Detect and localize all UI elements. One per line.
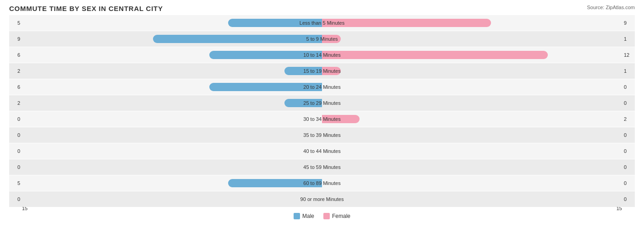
legend-female: Female — [323, 213, 350, 219]
male-value: 6 — [9, 84, 22, 90]
chart-row: 045 to 59 Minutes0 — [9, 159, 635, 175]
row-label: 10 to 14 Minutes — [303, 52, 340, 58]
female-value: 12 — [622, 52, 635, 58]
male-value: 2 — [9, 68, 22, 74]
male-value: 5 — [9, 180, 22, 186]
male-value: 0 — [9, 148, 22, 154]
male-value: 0 — [9, 116, 22, 122]
chart-area: 5Less than 5 Minutes995 to 9 Minutes1610… — [9, 15, 635, 204]
male-value: 9 — [9, 36, 22, 42]
female-value: 2 — [622, 116, 635, 122]
chart-row: 035 to 39 Minutes0 — [9, 127, 635, 143]
chart-row: 090 or more Minutes0 — [9, 191, 635, 207]
male-value: 0 — [9, 132, 22, 138]
chart-row: 620 to 24 Minutes0 — [9, 79, 635, 95]
male-value: 0 — [9, 196, 22, 202]
male-value: 5 — [9, 20, 22, 26]
female-value: 0 — [622, 164, 635, 170]
row-label: 15 to 19 Minutes — [303, 68, 340, 74]
chart-row: 95 to 9 Minutes1 — [9, 31, 635, 47]
row-label: 60 to 89 Minutes — [303, 180, 340, 186]
row-label: 5 to 9 Minutes — [306, 36, 338, 42]
bar-section: 10 to 14 Minutes — [22, 47, 622, 63]
chart-row: 610 to 14 Minutes12 — [9, 47, 635, 63]
row-label: Less than 5 Minutes — [300, 20, 344, 26]
female-bar — [322, 51, 548, 59]
bar-section: 45 to 59 Minutes — [22, 159, 622, 175]
chart-row: 215 to 19 Minutes1 — [9, 63, 635, 79]
female-value: 1 — [622, 68, 635, 74]
legend-male-label: Male — [302, 213, 314, 219]
bar-section: 5 to 9 Minutes — [22, 31, 622, 47]
bar-section: 90 or more Minutes — [22, 191, 622, 207]
legend-female-box — [323, 213, 330, 219]
row-label: 35 to 39 Minutes — [303, 132, 340, 138]
row-label: 40 to 44 Minutes — [303, 148, 340, 154]
female-value: 0 — [622, 84, 635, 90]
male-value: 2 — [9, 100, 22, 106]
female-value: 0 — [622, 132, 635, 138]
chart-row: 030 to 34 Minutes2 — [9, 111, 635, 127]
female-value: 1 — [622, 36, 635, 42]
row-label: 30 to 34 Minutes — [303, 116, 340, 122]
legend-male: Male — [294, 213, 314, 219]
bar-section: 40 to 44 Minutes — [22, 143, 622, 159]
legend: Male Female — [9, 213, 635, 219]
female-value: 0 — [622, 148, 635, 154]
male-value: 0 — [9, 164, 22, 170]
chart-title: COMMUTE TIME BY SEX IN CENTRAL CITY — [9, 5, 635, 12]
female-value: 0 — [622, 100, 635, 106]
chart-row: 225 to 29 Minutes0 — [9, 95, 635, 111]
row-label: 90 or more Minutes — [300, 196, 344, 202]
row-label: 20 to 24 Minutes — [303, 84, 340, 90]
chart-row: 5Less than 5 Minutes9 — [9, 15, 635, 31]
chart-row: 040 to 44 Minutes0 — [9, 143, 635, 159]
bar-section: 60 to 89 Minutes — [22, 175, 622, 191]
legend-male-box — [294, 213, 300, 219]
female-value: 0 — [622, 196, 635, 202]
legend-female-label: Female — [332, 213, 350, 219]
chart-container: COMMUTE TIME BY SEX IN CENTRAL CITY Sour… — [0, 0, 644, 239]
bar-section: 35 to 39 Minutes — [22, 127, 622, 143]
chart-row: 560 to 89 Minutes0 — [9, 175, 635, 191]
female-value: 9 — [622, 20, 635, 26]
row-label: 25 to 29 Minutes — [303, 100, 340, 106]
male-value: 6 — [9, 52, 22, 58]
bar-section: 15 to 19 Minutes — [22, 63, 622, 79]
bar-section: 30 to 34 Minutes — [22, 111, 622, 127]
source-label: Source: ZipAtlas.com — [587, 5, 635, 10]
row-label: 45 to 59 Minutes — [303, 164, 340, 170]
bar-section: 20 to 24 Minutes — [22, 79, 622, 95]
male-bar — [153, 35, 322, 43]
female-value: 0 — [622, 180, 635, 186]
female-bar — [322, 19, 491, 27]
bar-section: Less than 5 Minutes — [22, 15, 622, 31]
bar-section: 25 to 29 Minutes — [22, 95, 622, 111]
